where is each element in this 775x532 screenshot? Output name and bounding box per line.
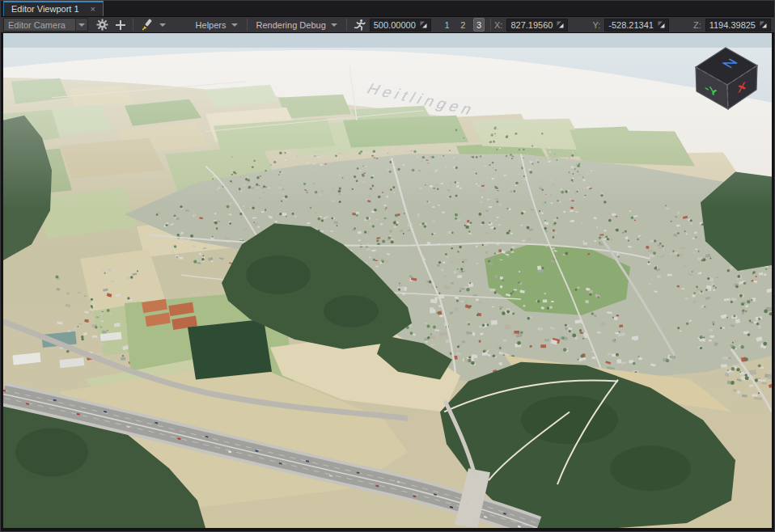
axis-gizmo-cube[interactable]: Z -Y X (684, 40, 765, 121)
toolbar-separator (346, 19, 347, 31)
drag-spinner-icon[interactable] (760, 21, 767, 28)
helpers-toggle-dropdown[interactable] (156, 17, 169, 32)
camera-selector-dropdown[interactable]: Editor Camera (3, 18, 88, 32)
tab-title: Editor Viewport 1 (11, 3, 79, 15)
camera-selector-value: Editor Camera (4, 20, 75, 30)
drag-spinner-icon[interactable] (658, 21, 665, 28)
viewport-3d-scene[interactable]: Heitlingen Z -Y X (3, 33, 772, 528)
plus-icon (115, 19, 126, 31)
z-coordinate-label: Z: (693, 20, 701, 30)
x-coordinate-value: 827.19560 (510, 20, 553, 30)
drag-spinner-icon[interactable] (557, 21, 564, 28)
chevron-down-icon (231, 23, 238, 27)
chevron-down-icon (331, 23, 337, 27)
helper-brush-icon (140, 19, 153, 31)
toolbar-separator (133, 19, 133, 31)
terrain-render[interactable]: Heitlingen (3, 33, 772, 528)
y-coordinate-value: -528.21341 (608, 20, 654, 30)
camera-speed-value: 500.00000 (374, 20, 416, 30)
helpers-menu-button[interactable]: Helpers (190, 17, 244, 32)
x-coordinate-field[interactable]: 827.19560 (506, 19, 568, 32)
y-coordinate-label: Y: (592, 20, 600, 30)
z-coordinate-value: 1194.39825 (709, 20, 756, 30)
drag-spinner-icon[interactable] (420, 21, 427, 28)
camera-speed-button[interactable] (350, 17, 370, 32)
running-person-icon (354, 19, 366, 32)
tab-bar: Editor Viewport 1 × (1, 1, 774, 16)
helpers-toggle-button[interactable] (137, 17, 156, 32)
tab-editor-viewport-1[interactable]: Editor Viewport 1 × (3, 1, 104, 16)
y-coordinate-field[interactable]: -528.21341 (604, 19, 669, 32)
camera-preset-2-button[interactable]: 2 (457, 18, 468, 32)
camera-speed-field[interactable]: 500.00000 (370, 19, 431, 32)
x-coordinate-label: X: (494, 20, 502, 30)
editor-viewport-window: Editor Viewport 1 × Editor Camera (0, 0, 775, 532)
chevron-down-icon (75, 19, 87, 31)
viewport-toolbar: Editor Camera (1, 16, 774, 33)
toolbar-separator (247, 19, 248, 31)
gear-icon (96, 19, 108, 31)
z-coordinate-field[interactable]: 1194.39825 (705, 19, 771, 32)
camera-preset-3-button[interactable]: 3 (473, 18, 485, 32)
camera-preset-1-button[interactable]: 1 (442, 18, 453, 32)
chevron-down-icon (159, 23, 166, 27)
rendering-debug-label: Rendering Debug (256, 20, 326, 30)
toolbar-separator (490, 19, 491, 31)
helpers-menu-label: Helpers (196, 20, 227, 30)
rendering-debug-menu-button[interactable]: Rendering Debug (251, 17, 343, 32)
tab-close-icon[interactable]: × (91, 5, 95, 14)
camera-settings-button[interactable] (93, 17, 112, 32)
add-viewport-button[interactable] (112, 17, 129, 32)
